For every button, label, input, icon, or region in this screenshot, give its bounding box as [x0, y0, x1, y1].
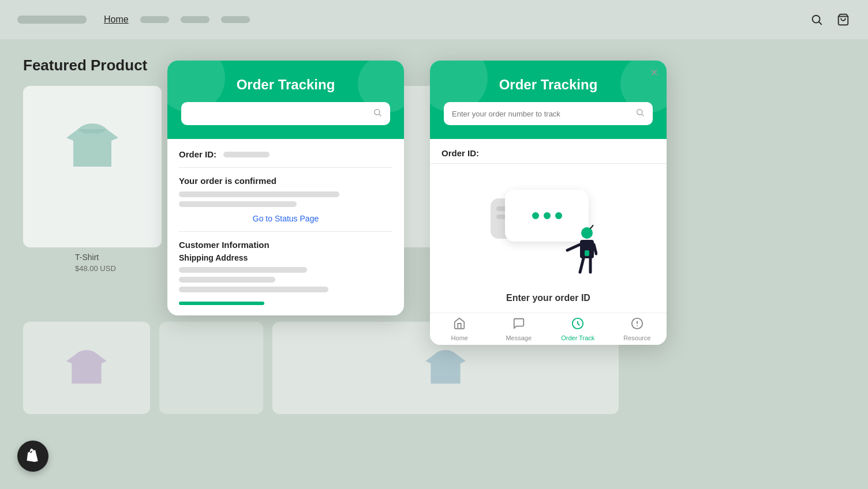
bottom-nav-order-track[interactable]: Order Track	[548, 313, 608, 345]
product-card-1[interactable]	[23, 86, 162, 247]
chat-illustration	[491, 187, 606, 279]
order-id-label: Order ID:	[179, 149, 216, 159]
order-status-text: Your order is confirmed	[179, 176, 392, 186]
bottom-nav-order-track-label: Order Track	[561, 334, 594, 341]
order-id-value-bar	[223, 152, 270, 157]
svg-line-6	[642, 114, 643, 116]
modal-right-search-input[interactable]	[452, 110, 635, 118]
status-bar-2	[179, 201, 297, 207]
modal-left-search-input[interactable]	[189, 109, 373, 118]
home-icon	[453, 317, 466, 333]
bottom-nav-resource[interactable]: Resource	[608, 313, 667, 345]
top-nav: Home	[0, 0, 868, 39]
nav-item-2	[181, 16, 209, 23]
nav-item-3	[221, 16, 250, 23]
modal-right-search-icon	[635, 108, 645, 119]
product-card-4[interactable]	[23, 322, 150, 414]
modal-left-title: Order Tracking	[181, 77, 390, 93]
status-bar-1	[179, 191, 339, 197]
nav-item-1	[140, 16, 169, 23]
chat-dot-1	[532, 212, 539, 219]
bottom-nav-home[interactable]: Home	[430, 313, 489, 345]
resource-icon	[631, 317, 643, 333]
bottom-nav-resource-label: Resource	[623, 334, 650, 341]
address-bar-1	[179, 267, 307, 273]
shipping-address-label: Shipping Address	[179, 253, 392, 262]
empty-state-title: Enter your order ID	[506, 293, 590, 303]
bottom-nav-message-label: Message	[506, 334, 532, 341]
svg-rect-13	[585, 250, 589, 256]
nav-logo	[17, 16, 87, 24]
modal-right-order-id-label: Order ID:	[442, 148, 479, 158]
modal-left-body: Order ID: Your order is confirmed Go to …	[167, 139, 404, 315]
svg-line-10	[594, 245, 596, 254]
bottom-nav-message[interactable]: Message	[489, 313, 549, 345]
search-icon[interactable]	[809, 12, 824, 27]
modal-right-title: Order Tracking	[444, 77, 653, 93]
modal-right-header: Order Tracking	[430, 61, 667, 139]
product-card-5[interactable]	[159, 322, 263, 414]
order-track-icon	[571, 317, 584, 333]
address-bar-2	[179, 277, 275, 283]
chat-dot-2	[544, 212, 551, 219]
svg-line-11	[580, 258, 583, 272]
go-to-status-link[interactable]: Go to Status Page	[179, 214, 392, 223]
product-name-1: T-Shirt $48.00 USD	[75, 253, 116, 273]
order-tracking-modal-right: ✕ Order Tracking Order ID:	[430, 61, 667, 345]
product-img-1	[32, 95, 153, 198]
customer-info-section: Customer Information Shipping Address	[179, 240, 392, 292]
modal-left-search-box[interactable]	[181, 102, 390, 125]
bottom-nav: Home Message Order Track	[430, 313, 667, 345]
order-status-section: Your order is confirmed Go to Status Pag…	[179, 176, 392, 232]
order-tracking-modal-left: Order Tracking Order ID: Your order is c…	[167, 61, 404, 315]
modal-left-header: Order Tracking	[167, 61, 404, 139]
chat-dot-3	[555, 212, 562, 219]
progress-bar	[179, 302, 264, 305]
nav-home-link[interactable]: Home	[104, 14, 129, 25]
cart-icon[interactable]	[836, 12, 851, 27]
modal-right-order-id: Order ID:	[430, 139, 667, 164]
order-id-row: Order ID:	[179, 149, 392, 168]
bottom-nav-home-label: Home	[451, 334, 468, 341]
modal-left-search-icon	[373, 108, 382, 119]
svg-line-9	[567, 245, 580, 250]
svg-line-4	[379, 114, 381, 116]
svg-point-7	[581, 227, 593, 239]
stickman-figure	[563, 225, 597, 279]
shopify-badge[interactable]	[17, 441, 48, 472]
modal-right-search-box[interactable]	[444, 102, 653, 125]
message-icon	[512, 317, 525, 333]
modal-right-close[interactable]: ✕	[650, 66, 659, 79]
svg-line-1	[819, 22, 821, 24]
address-bar-3	[179, 287, 328, 292]
customer-info-label: Customer Information	[179, 240, 392, 250]
